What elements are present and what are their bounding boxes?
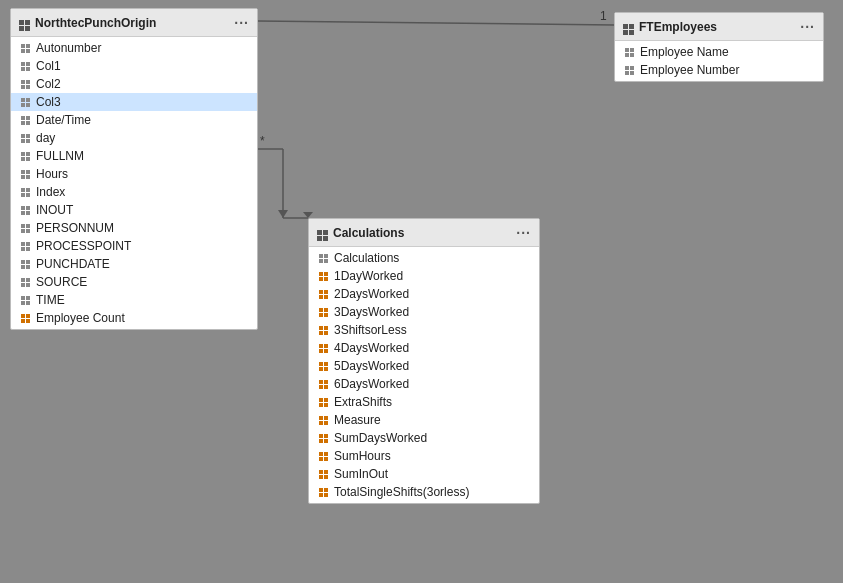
- table-row[interactable]: Date/Time: [11, 111, 257, 129]
- field-name: Employee Name: [640, 45, 729, 59]
- table-northtec: NorthtecPunchOrigin···AutonumberCol1Col2…: [10, 8, 258, 330]
- table-row[interactable]: Index: [11, 183, 257, 201]
- table-row[interactable]: 5DaysWorked: [309, 357, 539, 375]
- table-header-ftemployees[interactable]: FTEmployees···: [615, 13, 823, 41]
- field-name: SOURCE: [36, 275, 87, 289]
- field-icon: [19, 78, 31, 90]
- table-row[interactable]: Hours: [11, 165, 257, 183]
- field-icon: [19, 258, 31, 270]
- table-row[interactable]: Col3: [11, 93, 257, 111]
- field-name: SumInOut: [334, 467, 388, 481]
- table-row[interactable]: 3DaysWorked: [309, 303, 539, 321]
- field-name: Col1: [36, 59, 61, 73]
- table-row[interactable]: Measure: [309, 411, 539, 429]
- field-name: PUNCHDATE: [36, 257, 110, 271]
- table-row[interactable]: 4DaysWorked: [309, 339, 539, 357]
- field-name: Autonumber: [36, 41, 101, 55]
- table-row[interactable]: PUNCHDATE: [11, 255, 257, 273]
- table-title: Calculations: [333, 226, 404, 240]
- table-row[interactable]: SumDaysWorked: [309, 429, 539, 447]
- table-row[interactable]: Employee Count: [11, 309, 257, 327]
- field-name: Date/Time: [36, 113, 91, 127]
- table-row[interactable]: TIME: [11, 291, 257, 309]
- field-name: INOUT: [36, 203, 73, 217]
- field-name: Index: [36, 185, 65, 199]
- field-icon: [19, 42, 31, 54]
- field-icon: [19, 96, 31, 108]
- table-row[interactable]: PROCESSPOINT: [11, 237, 257, 255]
- field-name: Col3: [36, 95, 61, 109]
- field-name: 4DaysWorked: [334, 341, 409, 355]
- table-title: NorthtecPunchOrigin: [35, 16, 156, 30]
- field-name: Employee Count: [36, 311, 125, 325]
- measure-icon: [317, 306, 329, 318]
- table-row[interactable]: Calculations: [309, 249, 539, 267]
- table-row[interactable]: Employee Number: [615, 61, 823, 79]
- field-name: 2DaysWorked: [334, 287, 409, 301]
- table-row[interactable]: Employee Name: [615, 43, 823, 61]
- field-icon: [19, 150, 31, 162]
- table-row[interactable]: 3ShiftsorLess: [309, 321, 539, 339]
- field-name: PROCESSPOINT: [36, 239, 131, 253]
- table-row[interactable]: TotalSingleShifts(3orless): [309, 483, 539, 501]
- table-menu-button[interactable]: ···: [234, 15, 249, 31]
- table-row[interactable]: 6DaysWorked: [309, 375, 539, 393]
- table-header-northtec[interactable]: NorthtecPunchOrigin···: [11, 9, 257, 37]
- table-menu-button[interactable]: ···: [516, 225, 531, 241]
- svg-text:1: 1: [600, 9, 607, 23]
- table-row[interactable]: 2DaysWorked: [309, 285, 539, 303]
- table-body-ftemployees: Employee NameEmployee Number: [615, 41, 823, 81]
- table-row[interactable]: FULLNM: [11, 147, 257, 165]
- field-icon: [19, 204, 31, 216]
- field-icon: [19, 168, 31, 180]
- field-icon: [19, 294, 31, 306]
- table-calculations: Calculations···Calculations1DayWorked2Da…: [308, 218, 540, 504]
- table-row[interactable]: ExtraShifts: [309, 393, 539, 411]
- field-icon: [623, 46, 635, 58]
- table-row[interactable]: INOUT: [11, 201, 257, 219]
- field-icon: [19, 132, 31, 144]
- table-row[interactable]: 1DayWorked: [309, 267, 539, 285]
- measure-icon: [317, 486, 329, 498]
- table-row[interactable]: Col1: [11, 57, 257, 75]
- measure-icon: [317, 450, 329, 462]
- field-name: FULLNM: [36, 149, 84, 163]
- field-name: SumHours: [334, 449, 391, 463]
- field-icon: [19, 114, 31, 126]
- field-name: Employee Number: [640, 63, 739, 77]
- measure-icon: [317, 432, 329, 444]
- measure-icon: [317, 360, 329, 372]
- table-body-northtec: AutonumberCol1Col2Col3Date/TimedayFULLNM…: [11, 37, 257, 329]
- field-name: SumDaysWorked: [334, 431, 427, 445]
- measure-icon: [317, 396, 329, 408]
- measure-icon: [19, 312, 31, 324]
- field-name: 5DaysWorked: [334, 359, 409, 373]
- table-title: FTEmployees: [639, 20, 717, 34]
- field-name: 1DayWorked: [334, 269, 403, 283]
- table-body-calculations: Calculations1DayWorked2DaysWorked3DaysWo…: [309, 247, 539, 503]
- field-icon: [19, 186, 31, 198]
- field-icon: [19, 222, 31, 234]
- measure-icon: [317, 468, 329, 480]
- table-row[interactable]: Col2: [11, 75, 257, 93]
- svg-marker-3: [278, 210, 288, 218]
- field-name: ExtraShifts: [334, 395, 392, 409]
- table-row[interactable]: SOURCE: [11, 273, 257, 291]
- field-icon: [19, 60, 31, 72]
- measure-icon: [317, 288, 329, 300]
- table-row[interactable]: Autonumber: [11, 39, 257, 57]
- table-row[interactable]: PERSONNUM: [11, 219, 257, 237]
- field-icon: [317, 252, 329, 264]
- table-row[interactable]: day: [11, 129, 257, 147]
- table-grid-icon: [19, 14, 30, 31]
- field-name: day: [36, 131, 55, 145]
- field-name: Measure: [334, 413, 381, 427]
- field-name: TIME: [36, 293, 65, 307]
- field-name: PERSONNUM: [36, 221, 114, 235]
- svg-text:*: *: [260, 134, 265, 148]
- field-icon: [623, 64, 635, 76]
- table-row[interactable]: SumHours: [309, 447, 539, 465]
- table-menu-button[interactable]: ···: [800, 19, 815, 35]
- table-row[interactable]: SumInOut: [309, 465, 539, 483]
- table-header-calculations[interactable]: Calculations···: [309, 219, 539, 247]
